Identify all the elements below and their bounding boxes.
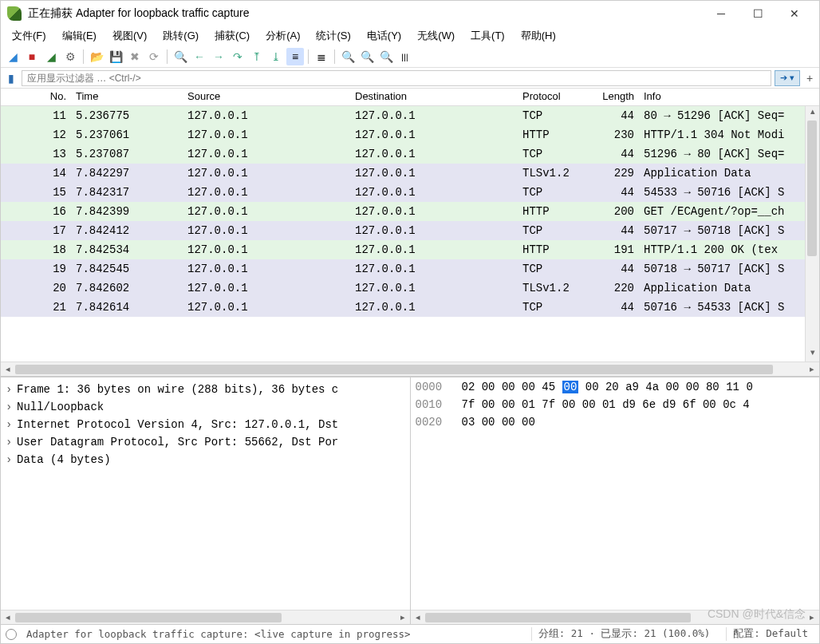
bookmark-icon[interactable]: ▮ <box>4 71 18 85</box>
lower-panes: ›Frame 1: 36 bytes on wire (288 bits), 3… <box>1 377 819 624</box>
packet-list-pane: No. Time Source Destination Protocol Len… <box>1 89 819 377</box>
add-filter-button[interactable]: + <box>803 70 816 86</box>
col-destination[interactable]: Destination <box>350 89 518 105</box>
col-no[interactable]: No. <box>1 89 71 105</box>
window-title: 正在捕获 Adapter for loopback traffic captur… <box>28 6 703 21</box>
menu-analyze[interactable]: 分析(A) <box>259 27 306 45</box>
packet-row[interactable]: 217.842614127.0.0.1127.0.0.1TCP4450716 →… <box>1 298 819 317</box>
tree-item[interactable]: ›Null/Loopback <box>6 398 405 416</box>
menu-telephony[interactable]: 电话(Y) <box>361 27 408 45</box>
wireshark-icon <box>7 6 22 21</box>
hex-row[interactable]: 002003 00 00 00 <box>416 416 815 433</box>
close-file-icon[interactable]: ✖ <box>126 48 144 65</box>
capture-options-icon[interactable]: ⚙ <box>61 48 79 65</box>
detail-hscroll[interactable]: ◂▸ <box>1 610 410 624</box>
close-button[interactable]: ✕ <box>776 2 813 26</box>
start-capture-icon[interactable]: ◢ <box>4 48 22 65</box>
reload-icon[interactable]: ⟳ <box>145 48 163 65</box>
display-filter-input[interactable] <box>22 70 771 86</box>
save-file-icon[interactable]: 💾 <box>107 48 124 65</box>
hex-hscroll[interactable]: ◂▸ <box>411 610 820 624</box>
packet-row[interactable]: 135.237087127.0.0.1127.0.0.1TCP4451296 →… <box>1 144 819 164</box>
menu-statistics[interactable]: 统计(S) <box>309 27 357 45</box>
packet-rows[interactable]: 115.236775127.0.0.1127.0.0.1TCP4480 → 51… <box>1 106 819 362</box>
titlebar: 正在捕获 Adapter for loopback traffic captur… <box>1 1 819 26</box>
maximize-button[interactable]: ☐ <box>739 2 776 26</box>
stop-capture-icon[interactable]: ■ <box>23 48 41 65</box>
tree-item[interactable]: ›Frame 1: 36 bytes on wire (288 bits), 3… <box>6 381 405 398</box>
expand-icon[interactable]: › <box>6 383 17 396</box>
packet-row[interactable]: 157.842317127.0.0.1127.0.0.1TCP4454533 →… <box>1 183 819 202</box>
separator <box>83 49 84 64</box>
detail-tree[interactable]: ›Frame 1: 36 bytes on wire (288 bits), 3… <box>1 377 410 610</box>
tree-item[interactable]: ›User Datagram Protocol, Src Port: 55662… <box>6 433 405 451</box>
separator <box>167 49 168 64</box>
go-to-packet-icon[interactable]: ↷ <box>229 48 246 65</box>
hex-dump[interactable]: 000002 00 00 00 45 00 00 20 a9 4a 00 00 … <box>411 377 820 610</box>
status-packets: 分组: 21 · 已显示: 21 (100.0%) <box>531 627 717 641</box>
menu-view[interactable]: 视图(V) <box>106 27 153 45</box>
status-main: Adapter for loopback traffic capture: <l… <box>26 628 522 640</box>
expand-icon[interactable]: › <box>6 401 17 413</box>
menubar: 文件(F) 编辑(E) 视图(V) 跳转(G) 捕获(C) 分析(A) 统计(S… <box>1 26 819 45</box>
packet-bytes-pane: 000002 00 00 00 45 00 00 20 a9 4a 00 00 … <box>411 377 820 624</box>
menu-help[interactable]: 帮助(H) <box>514 27 562 45</box>
menu-wireless[interactable]: 无线(W) <box>411 27 461 45</box>
go-back-icon[interactable]: ← <box>191 48 208 65</box>
horizontal-scrollbar[interactable]: ◂ ▸ <box>1 362 819 376</box>
zoom-in-icon[interactable]: 🔍 <box>339 48 357 65</box>
filter-bar: ▮ ➔ ▾ + <box>1 68 819 89</box>
packet-row[interactable]: 167.842399127.0.0.1127.0.0.1HTTP200GET /… <box>1 202 819 221</box>
go-forward-icon[interactable]: → <box>210 48 227 65</box>
expand-icon[interactable]: › <box>6 453 17 466</box>
hex-row[interactable]: 00107f 00 00 01 7f 00 00 01 d9 6e d9 6f … <box>416 398 815 416</box>
col-time[interactable]: Time <box>71 89 183 105</box>
separator <box>308 49 309 64</box>
menu-tools[interactable]: 工具(T) <box>464 27 511 45</box>
col-length[interactable]: Length <box>589 89 639 105</box>
open-file-icon[interactable]: 📂 <box>88 48 105 65</box>
statusbar: Adapter for loopback traffic capture: <l… <box>1 624 819 643</box>
column-header: No. Time Source Destination Protocol Len… <box>1 89 819 106</box>
menu-go[interactable]: 跳转(G) <box>156 27 205 45</box>
menu-file[interactable]: 文件(F) <box>6 27 53 45</box>
zoom-reset-icon[interactable]: 🔍 <box>377 48 395 65</box>
packet-row[interactable]: 187.842534127.0.0.1127.0.0.1HTTP191HTTP/… <box>1 240 819 259</box>
packet-row[interactable]: 115.236775127.0.0.1127.0.0.1TCP4480 → 51… <box>1 106 819 125</box>
status-profile[interactable]: 配置: Default <box>726 627 814 641</box>
packet-details-pane: ›Frame 1: 36 bytes on wire (288 bits), 3… <box>1 377 411 624</box>
go-first-icon[interactable]: ⤒ <box>248 48 266 65</box>
expand-icon[interactable]: › <box>6 436 17 448</box>
toolbar: ◢ ■ ◢ ⚙ 📂 💾 ✖ ⟳ 🔍 ← → ↷ ⤒ ⤓ ≡ ≣ 🔍 🔍 🔍 ⫼ <box>1 45 819 68</box>
packet-row[interactable]: 147.842297127.0.0.1127.0.0.1TLSv1.2229Ap… <box>1 164 819 183</box>
restart-capture-icon[interactable]: ◢ <box>42 48 60 65</box>
col-protocol[interactable]: Protocol <box>518 89 589 105</box>
packet-row[interactable]: 207.842602127.0.0.1127.0.0.1TLSv1.2220Ap… <box>1 279 819 298</box>
go-last-icon[interactable]: ⤓ <box>267 48 285 65</box>
hex-row[interactable]: 000002 00 00 00 45 00 00 20 a9 4a 00 00 … <box>416 381 815 398</box>
packet-row[interactable]: 125.237061127.0.0.1127.0.0.1HTTP230HTTP/… <box>1 125 819 144</box>
menu-capture[interactable]: 捕获(C) <box>208 27 256 45</box>
packet-row[interactable]: 197.842545127.0.0.1127.0.0.1TCP4450718 →… <box>1 259 819 279</box>
find-packet-icon[interactable]: 🔍 <box>171 48 189 65</box>
separator <box>334 49 335 64</box>
col-source[interactable]: Source <box>183 89 350 105</box>
minimize-button[interactable]: ─ <box>703 2 739 26</box>
zoom-out-icon[interactable]: 🔍 <box>358 48 376 65</box>
tree-item[interactable]: ›Data (4 bytes) <box>6 451 405 468</box>
expand-icon[interactable]: › <box>6 418 17 431</box>
colorize-icon[interactable]: ≣ <box>313 48 330 65</box>
col-info[interactable]: Info <box>639 89 819 105</box>
menu-edit[interactable]: 编辑(E) <box>56 27 103 45</box>
resize-columns-icon[interactable]: ⫼ <box>396 48 414 65</box>
vertical-scrollbar[interactable]: ▴ ▾ <box>805 106 819 362</box>
expert-info-icon[interactable] <box>6 629 17 640</box>
auto-scroll-icon[interactable]: ≡ <box>286 48 304 65</box>
expression-button[interactable]: ➔ ▾ <box>775 70 800 86</box>
tree-item[interactable]: ›Internet Protocol Version 4, Src: 127.0… <box>6 416 405 433</box>
packet-row[interactable]: 177.842412127.0.0.1127.0.0.1TCP4450717 →… <box>1 221 819 240</box>
